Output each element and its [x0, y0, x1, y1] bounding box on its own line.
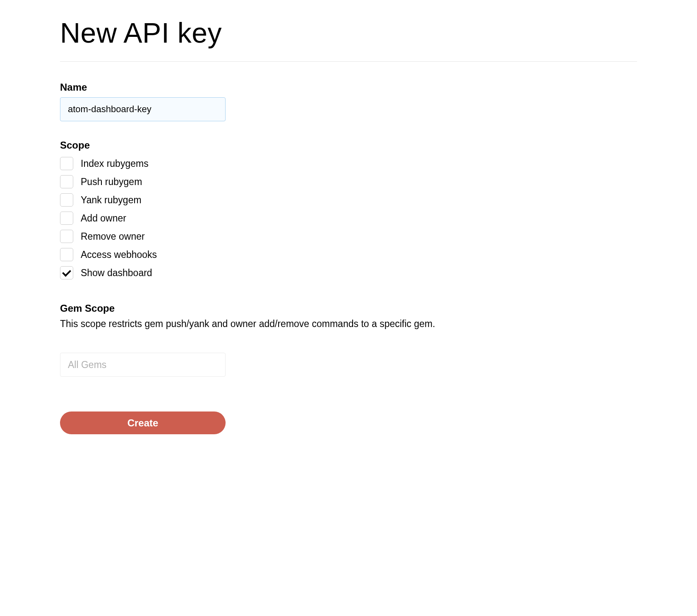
page-title: New API key [60, 17, 637, 49]
divider [60, 61, 637, 62]
scope-checkbox-yank-rubygem[interactable] [60, 193, 73, 207]
scope-label-text: Add owner [81, 213, 126, 224]
scope-checkbox-add-owner[interactable] [60, 212, 73, 225]
scope-row: Remove owner [60, 230, 637, 243]
gem-scope-label: Gem Scope [60, 303, 637, 314]
scope-checkbox-index-rubygems[interactable] [60, 157, 73, 170]
scope-checkbox-show-dashboard[interactable] [60, 266, 73, 279]
gem-scope-description: This scope restricts gem push/yank and o… [60, 318, 637, 330]
scope-list: Index rubygems Push rubygem Yank rubygem… [60, 157, 637, 279]
scope-label-text: Access webhooks [81, 249, 157, 260]
scope-label-text: Index rubygems [81, 158, 149, 169]
name-field-group: Name [60, 82, 637, 121]
scope-row: Push rubygem [60, 175, 637, 188]
gem-scope-section: Gem Scope This scope restricts gem push/… [60, 303, 637, 377]
scope-checkbox-remove-owner[interactable] [60, 230, 73, 243]
gem-scope-select[interactable]: All Gems [60, 353, 226, 377]
name-input[interactable] [60, 97, 226, 121]
scope-row: Add owner [60, 212, 637, 225]
scope-label-text: Push rubygem [81, 176, 142, 188]
scope-row: Access webhooks [60, 248, 637, 261]
scope-row: Show dashboard [60, 266, 637, 279]
scope-row: Yank rubygem [60, 193, 637, 207]
scope-field-group: Scope Index rubygems Push rubygem Yank r… [60, 140, 637, 279]
scope-checkbox-push-rubygem[interactable] [60, 175, 73, 188]
scope-row: Index rubygems [60, 157, 637, 170]
create-button[interactable]: Create [60, 411, 226, 434]
scope-label: Scope [60, 140, 637, 151]
gem-scope-select-value: All Gems [68, 359, 106, 371]
scope-checkbox-access-webhooks[interactable] [60, 248, 73, 261]
scope-label-text: Yank rubygem [81, 195, 142, 206]
scope-label-text: Remove owner [81, 231, 145, 242]
scope-label-text: Show dashboard [81, 267, 152, 279]
name-label: Name [60, 82, 637, 93]
